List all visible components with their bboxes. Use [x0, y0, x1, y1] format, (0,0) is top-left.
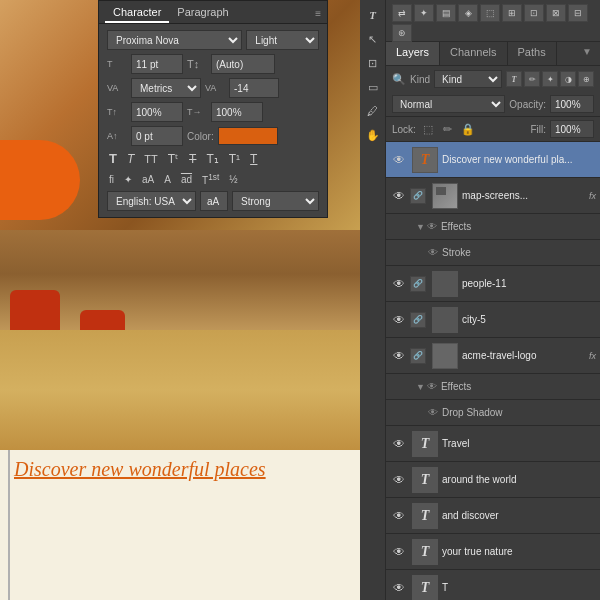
blend-mode-select[interactable]: Normal: [392, 95, 505, 113]
opacity-input[interactable]: [550, 95, 594, 113]
type-btn-ornament[interactable]: ✦: [122, 173, 134, 186]
tab-paragraph[interactable]: Paragraph: [169, 3, 236, 23]
leading-input[interactable]: [211, 54, 275, 74]
type-btn-T[interactable]: T: [107, 150, 119, 167]
type-btn-subscript[interactable]: T₁: [204, 151, 220, 167]
horizontal-scale-input[interactable]: [211, 102, 263, 122]
antialiasing-select[interactable]: Strong: [232, 191, 319, 211]
layer-link-map-screens[interactable]: 🔗: [410, 188, 426, 204]
type-btn-strikethrough[interactable]: T: [187, 151, 198, 167]
tab-paths[interactable]: Paths: [508, 42, 557, 65]
icon-btn-7[interactable]: ⊡: [524, 4, 544, 22]
filter-text-icon[interactable]: T: [506, 71, 522, 87]
effects-chevron-acme[interactable]: ▼: [416, 382, 425, 392]
tracking-icon: VA: [205, 83, 225, 93]
layer-eye-around-world[interactable]: 👁: [390, 471, 408, 489]
tool-crop[interactable]: ⊡: [362, 52, 384, 74]
fill-input[interactable]: [550, 120, 594, 138]
panel-collapse-btn[interactable]: ▼: [574, 42, 600, 65]
layer-row-map-screens[interactable]: 👁 🔗 map-screens... fx: [386, 178, 600, 214]
layer-link-acme-logo[interactable]: 🔗: [410, 348, 426, 364]
layer-row-and-discover[interactable]: 👁 T and discover: [386, 498, 600, 534]
layer-row-your-true-nature[interactable]: 👁 T your true nature: [386, 534, 600, 570]
layer-row-discover[interactable]: 👁 T Discover new wonderful pla...: [386, 142, 600, 178]
layer-row-city-5[interactable]: 👁 🔗 city-5: [386, 302, 600, 338]
layer-eye-map-screens[interactable]: 👁: [390, 187, 408, 205]
font-family-select[interactable]: Proxima Nova: [107, 30, 242, 50]
filter-adjust-icon[interactable]: ◑: [560, 71, 576, 87]
layer-eye-city-5[interactable]: 👁: [390, 311, 408, 329]
opacity-label: Opacity:: [509, 99, 546, 110]
type-btn-TT[interactable]: TT: [142, 152, 159, 166]
baseline-color-row: A↑ Color:: [107, 126, 319, 146]
type-btn-ad-bar[interactable]: ad: [179, 173, 194, 186]
layer-eye-people-11[interactable]: 👁: [390, 275, 408, 293]
tool-arrow[interactable]: ↖: [362, 28, 384, 50]
kerning-icon: VA: [107, 83, 127, 93]
tool-hand[interactable]: ✋: [362, 124, 384, 146]
layer-eye-and-discover[interactable]: 👁: [390, 507, 408, 525]
type-btn-half[interactable]: ½: [227, 173, 239, 186]
type-btn-ordinal[interactable]: T1st: [200, 171, 221, 187]
scale-row: T↑ T→: [107, 102, 319, 122]
lock-position-icon[interactable]: ✏: [440, 121, 456, 137]
cafe-photo: [0, 230, 360, 450]
icon-btn-6[interactable]: ⊞: [502, 4, 522, 22]
layer-row-bottom-t[interactable]: 👁 T T: [386, 570, 600, 600]
tool-shape[interactable]: ▭: [362, 76, 384, 98]
layer-fx-acme-logo: fx: [589, 351, 596, 361]
layer-eye-discover[interactable]: 👁: [390, 151, 408, 169]
layer-row-travel[interactable]: 👁 T Travel: [386, 426, 600, 462]
discover-text[interactable]: Discover new wonderful places: [14, 458, 266, 481]
tracking-input[interactable]: [229, 78, 279, 98]
type-btn-superscript[interactable]: T¹: [227, 151, 242, 167]
language-select[interactable]: English: USA: [107, 191, 196, 211]
color-swatch[interactable]: [218, 127, 278, 145]
icon-btn-9[interactable]: ⊟: [568, 4, 588, 22]
icon-btn-1[interactable]: ⇄: [392, 4, 412, 22]
color-label: Color:: [187, 131, 214, 142]
font-size-input[interactable]: [131, 54, 183, 74]
tool-eyedrop[interactable]: 🖊: [362, 100, 384, 122]
type-btn-aa[interactable]: aA: [140, 173, 156, 186]
layer-eye-acme-logo[interactable]: 👁: [390, 347, 408, 365]
type-btn-Tt[interactable]: Tᵗ: [166, 151, 181, 167]
type-btn-underline[interactable]: T: [248, 151, 259, 167]
lock-all-icon[interactable]: 🔒: [460, 121, 476, 137]
aa-display: [200, 191, 228, 211]
kerning-select[interactable]: Metrics: [131, 78, 201, 98]
layer-link-people-11[interactable]: 🔗: [410, 276, 426, 292]
filter-fx-icon[interactable]: ✦: [542, 71, 558, 87]
layer-row-acme-logo[interactable]: 👁 🔗 acme-travel-logo fx: [386, 338, 600, 374]
layer-eye-travel[interactable]: 👁: [390, 435, 408, 453]
type-btn-fi[interactable]: fi: [107, 173, 116, 186]
tab-layers[interactable]: Layers: [386, 42, 440, 65]
filter-layer-icon[interactable]: ⊕: [578, 71, 594, 87]
layer-eye-bottom-t[interactable]: 👁: [390, 579, 408, 597]
effects-chevron-map[interactable]: ▼: [416, 222, 425, 232]
layer-link-city-5[interactable]: 🔗: [410, 312, 426, 328]
font-weight-select[interactable]: Light: [246, 30, 319, 50]
baseline-input[interactable]: [131, 126, 183, 146]
lock-pixels-icon[interactable]: ⬚: [420, 121, 436, 137]
tab-character[interactable]: Character: [105, 3, 169, 23]
icon-btn-10[interactable]: ⊛: [392, 24, 412, 42]
icon-btn-4[interactable]: ◈: [458, 4, 478, 22]
kind-select[interactable]: Kind: [434, 70, 502, 88]
tab-channels[interactable]: Channels: [440, 42, 507, 65]
vertical-scale-input[interactable]: [131, 102, 183, 122]
panel-menu-icon[interactable]: ≡: [315, 8, 321, 19]
icon-btn-2[interactable]: ✦: [414, 4, 434, 22]
tool-text[interactable]: T: [362, 4, 384, 26]
layer-eye-your-true-nature[interactable]: 👁: [390, 543, 408, 561]
filter-pen-icon[interactable]: ✏: [524, 71, 540, 87]
icon-btn-5[interactable]: ⬚: [480, 4, 500, 22]
icon-btn-8[interactable]: ⊠: [546, 4, 566, 22]
layer-row-people-11[interactable]: 👁 🔗 people-11: [386, 266, 600, 302]
type-btn-frac[interactable]: A: [162, 173, 173, 186]
layer-row-around-world[interactable]: 👁 T around the world: [386, 462, 600, 498]
layer-thumb-discover: T: [412, 147, 438, 173]
character-panel-body: Proxima Nova Light T T↕ VA Metrics VA: [99, 24, 327, 217]
type-btn-italic[interactable]: T: [125, 151, 136, 167]
icon-btn-3[interactable]: ▤: [436, 4, 456, 22]
